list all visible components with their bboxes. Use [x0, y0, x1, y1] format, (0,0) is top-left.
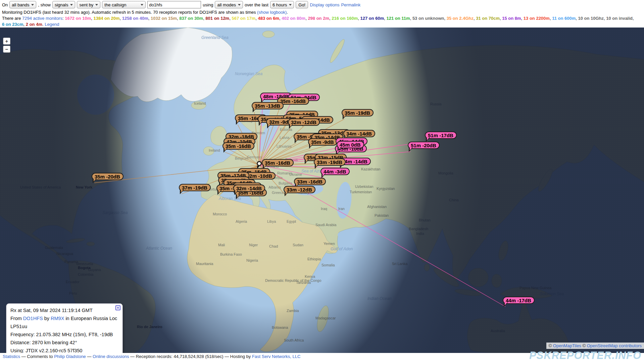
monitoring-text: Monitoring DO1HFS (last heard 32 mins ag…	[2, 10, 257, 15]
comments-label: Comments to	[27, 354, 54, 359]
hosting-link[interactable]: Fast Serv Networks, LLC	[252, 354, 301, 359]
reception-balloon[interactable]: 44m -17dB	[503, 297, 535, 304]
reception-balloon[interactable]: 32m -12dB	[288, 118, 320, 126]
openstreetmap-link[interactable]: OpenStreetMap contributors	[587, 343, 642, 348]
reception-records-count: Reception records: 44,718,524,928 (518/s…	[136, 354, 224, 359]
reception-balloon[interactable]: 33m -16dB	[294, 178, 326, 185]
permalink-link[interactable]: Permalink	[341, 2, 360, 7]
reception-balloon[interactable]: 51m -20dB	[408, 142, 440, 149]
legend-link[interactable]: Legend	[45, 22, 59, 27]
separator: —	[224, 354, 230, 359]
close-icon[interactable]: ✕	[115, 305, 120, 310]
chevron-down-icon	[289, 4, 292, 6]
monitor-count: 837 on 30m	[179, 16, 203, 21]
online-discussions-link[interactable]: Online discussions	[93, 354, 129, 359]
monitor-count: 1032 on 15m	[151, 16, 177, 21]
status-bar: Statistics — Comments to Philip Gladston…	[0, 353, 644, 362]
monitor-count: 216 on 160m	[332, 16, 358, 21]
popup-frequency: Frequency: 21.075.382 MHz (15m), FT8, -1…	[10, 330, 119, 339]
monitoring-status: Monitoring DO1HFS (last heard 32 mins ag…	[2, 9, 288, 15]
monitor-count: 53 on unknown	[412, 16, 444, 21]
monitor-count: 402 on 80m	[282, 16, 305, 21]
what-select[interactable]: signals	[52, 1, 75, 8]
monitor-count: 1258 on 40m	[122, 16, 148, 21]
over-last-label: over the last	[245, 2, 268, 7]
reception-balloon[interactable]: 33m -12dB	[284, 186, 315, 193]
monitor-count: 2 on 4m	[26, 22, 42, 27]
zoom-control: + −	[3, 38, 10, 54]
reception-balloon[interactable]: 51m -17dB	[425, 132, 457, 139]
chevron-down-icon	[31, 4, 34, 6]
what-select-value: signals	[55, 2, 68, 7]
reception-balloon[interactable]: 45m 0dB	[337, 141, 364, 148]
separator: —	[20, 354, 27, 359]
monitor-count: 10 on 10Ghz	[578, 16, 604, 21]
active-monitors-link[interactable]: 7294 active monitors	[22, 16, 62, 21]
monitor-count: 15 on 8m	[502, 16, 521, 21]
rx-callsign-link[interactable]: RM9X	[51, 316, 64, 321]
popup-from-pre: From	[10, 316, 23, 321]
monitoring-text-end: .	[287, 10, 288, 15]
monitor-count: 801 on 12m	[205, 16, 229, 21]
show-logbook-link[interactable]: (show logbook)	[257, 10, 287, 15]
show-label: , show	[38, 2, 51, 7]
monitor-count: 13 on 2200m	[524, 16, 550, 21]
monitor-count: 127 on 60m	[360, 16, 384, 21]
statistics-link[interactable]: Statistics	[3, 354, 20, 359]
go-button[interactable]: Go!	[296, 1, 308, 8]
popup-by: by	[43, 316, 51, 321]
hosting-label: Hosting by	[230, 354, 252, 359]
bands-select[interactable]: all bands	[9, 1, 36, 8]
display-options-link[interactable]: Display options	[310, 2, 339, 7]
monitor-count: 1672 on 10m	[65, 16, 91, 21]
modes-select[interactable]: all modes	[215, 1, 243, 8]
entity-select[interactable]: the callsign	[102, 1, 146, 8]
monitor-count: 11 on 600m	[552, 16, 576, 21]
monitor-count: 567 on 17m	[232, 16, 255, 21]
popup-software: Using: JTDX v2.2.160-rc5 57f350	[10, 347, 119, 353]
using-label: using	[203, 2, 213, 7]
chevron-down-icon	[238, 4, 241, 6]
monitor-count: 483 on 6m	[258, 16, 279, 21]
map-canvas[interactable]: Greenland SeaNorwegian SeaSargasso SeaAt…	[0, 28, 644, 353]
transmitter-marker[interactable]	[257, 161, 262, 166]
reception-balloon[interactable]: 35m -13dB	[252, 102, 284, 109]
popup-from-line: From DO1HFS by RM9X in European Russia L…	[10, 314, 119, 330]
zoom-in-button[interactable]: +	[3, 38, 10, 45]
reception-balloon[interactable]: 37m -19dB	[179, 184, 211, 191]
monitor-count: 298 on 2m	[308, 16, 329, 21]
entity-select-value: the callsign	[104, 2, 126, 7]
callsign-input[interactable]	[147, 1, 201, 8]
monitor-count: 35 on 2.4Ghz	[447, 16, 474, 21]
zoom-out-button[interactable]: −	[3, 46, 10, 53]
popup-rx-time: Rx at Sat, 09 Mar 2024 11:19:14 GMT	[10, 306, 119, 314]
monitor-count: 31 on 70cm	[476, 16, 500, 21]
monitor-count: 6 on 23cm	[2, 22, 23, 27]
reception-balloon[interactable]: 35m -9dB	[308, 138, 337, 146]
separator: —	[129, 354, 136, 359]
copyright-symbol: ©	[549, 343, 553, 348]
on-label: On	[2, 2, 8, 7]
monitor-count: 121 on 11m	[387, 16, 410, 21]
chevron-down-icon	[70, 4, 73, 6]
direction-select[interactable]: sent by	[77, 1, 100, 8]
period-select[interactable]: 6 hours	[270, 1, 294, 8]
reception-balloon[interactable]: 35m -16dB	[222, 142, 254, 150]
reception-balloon[interactable]: 35m -20dB	[92, 173, 123, 180]
reception-balloon[interactable]: 35m -19dB	[342, 109, 374, 116]
monitor-count: 1384 on 20m	[93, 16, 119, 21]
reception-balloon[interactable]: 32m -14dB	[233, 185, 265, 192]
tx-callsign-link[interactable]: DO1HFS	[23, 316, 43, 321]
reception-balloon[interactable]: 35m -16dB	[262, 159, 294, 166]
period-select-value: 6 hours	[273, 2, 287, 7]
openmaptiles-link[interactable]: OpenMapTiles	[553, 343, 581, 348]
map-attribution: © OpenMapTiles © OpenStreetMap contribut…	[546, 343, 644, 349]
chevron-down-icon	[95, 4, 98, 6]
reception-balloon[interactable]: 33m -19dB	[314, 158, 346, 166]
monitor-count: 10 on invalid	[606, 16, 633, 21]
philip-gladstone-link[interactable]: Philip Gladstone	[54, 354, 86, 359]
reception-balloon[interactable]: 44m -3dB	[320, 168, 350, 175]
reception-balloon[interactable]: 34m -14dB	[343, 130, 375, 137]
active-monitors-line: There are 7294 active monitors: 1672 on …	[2, 15, 634, 21]
active-monitors-line2: 6 on 23cm, 2 on 4m. Legend	[2, 21, 59, 28]
